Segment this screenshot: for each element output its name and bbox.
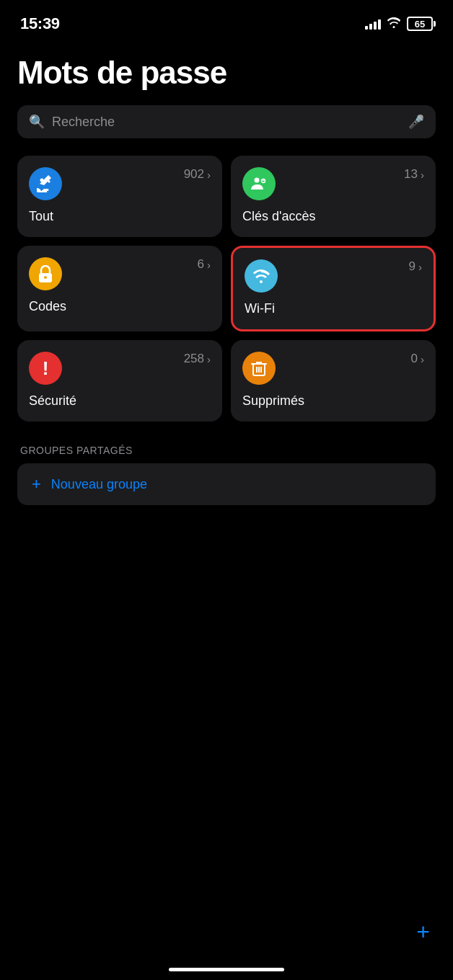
card-icon <box>242 167 276 200</box>
svg-point-1 <box>255 178 260 183</box>
card-count: 258 › <box>184 352 211 366</box>
home-indicator <box>169 968 284 971</box>
new-group-button[interactable]: + Nouveau groupe <box>17 463 436 505</box>
card-count: 0 › <box>411 352 424 366</box>
card-icon <box>29 257 62 290</box>
card-icon <box>29 167 62 200</box>
card-label: Clés d'accès <box>242 209 424 224</box>
chevron-icon: › <box>207 259 211 271</box>
battery-icon: 65 <box>407 17 433 31</box>
card-top: 902 › <box>29 167 211 200</box>
card-label: Wi-Fi <box>245 301 422 316</box>
card-top: 13 › <box>242 167 424 200</box>
card-label: Supprimés <box>242 393 424 409</box>
search-input[interactable]: Recherche <box>52 115 401 130</box>
chevron-icon: › <box>418 261 422 273</box>
card-count: 9 › <box>409 259 422 274</box>
chevron-icon: › <box>207 353 211 365</box>
add-button[interactable]: + <box>416 919 430 945</box>
page-title: Mots de passe <box>17 55 436 91</box>
card-cles[interactable]: 13 › Clés d'accès <box>231 156 436 237</box>
chevron-icon: › <box>207 169 211 181</box>
chevron-icon: › <box>421 353 424 365</box>
groups-section-label: GROUPES PARTAGÉS <box>20 445 436 456</box>
card-supprimes[interactable]: 0 › Supprimés <box>231 340 436 422</box>
search-icon: 🔍 <box>29 114 45 130</box>
groups-section: GROUPES PARTAGÉS + Nouveau groupe <box>17 445 436 505</box>
card-label: Codes <box>29 299 211 314</box>
card-label: Sécurité <box>29 393 211 409</box>
chevron-icon: › <box>421 169 424 181</box>
card-count: 13 › <box>404 167 424 182</box>
card-count: 902 › <box>184 167 211 182</box>
card-count: 6 › <box>198 257 211 272</box>
card-icon <box>242 352 276 385</box>
new-group-plus-icon: + <box>32 475 41 494</box>
categories-grid: 902 › Tout 13 › Clés d'accès <box>17 156 436 422</box>
card-icon <box>245 259 278 293</box>
status-time: 15:39 <box>20 14 60 33</box>
card-top: ! 258 › <box>29 352 211 385</box>
card-icon: ! <box>29 352 62 385</box>
card-top: 9 › <box>245 259 422 293</box>
card-label: Tout <box>29 209 211 224</box>
microphone-icon[interactable]: 🎤 <box>408 114 424 130</box>
new-group-label: Nouveau groupe <box>51 477 147 492</box>
main-content: Mots de passe 🔍 Recherche 🎤 902 › Tout <box>0 40 453 505</box>
card-tout[interactable]: 902 › Tout <box>17 156 222 237</box>
card-securite[interactable]: ! 258 › Sécurité <box>17 340 222 422</box>
wifi-status-icon <box>387 17 401 31</box>
search-bar[interactable]: 🔍 Recherche 🎤 <box>17 105 436 138</box>
status-bar: 15:39 65 <box>0 0 453 40</box>
card-top: 6 › <box>29 257 211 290</box>
svg-point-4 <box>44 276 47 279</box>
card-wifi[interactable]: 9 › Wi-Fi <box>231 246 436 331</box>
card-codes[interactable]: 6 › Codes <box>17 246 222 331</box>
card-top: 0 › <box>242 352 424 385</box>
signal-icon <box>365 18 381 30</box>
status-icons: 65 <box>365 17 433 31</box>
